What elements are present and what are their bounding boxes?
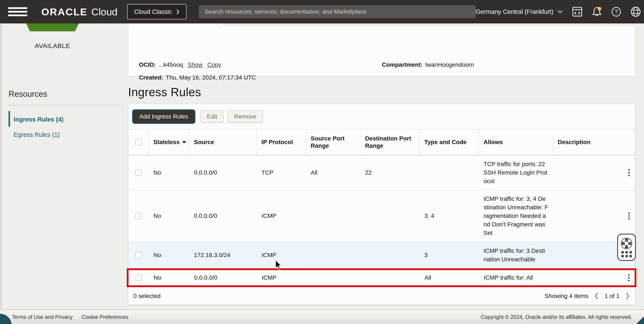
page-footer: Terms of Use and Privacy Cookie Preferen… xyxy=(0,310,644,324)
row-checkbox[interactable] xyxy=(135,252,142,258)
terms-link[interactable]: Terms of Use and Privacy xyxy=(12,314,73,320)
row-select-cell xyxy=(128,170,149,176)
column-header-stateless[interactable]: Stateless xyxy=(149,130,189,155)
drag-grid-icon[interactable] xyxy=(622,251,632,257)
selected-count: 0 selected xyxy=(134,293,161,300)
column-header-source-port-range: Source Port Range xyxy=(306,130,360,155)
ocid-value: ...k45ooq xyxy=(158,62,183,68)
ingress-rule-row: No0.0.0.0/0ICMPAllICMP traffic for: All xyxy=(128,270,634,286)
table-body: No0.0.0.0/0TCPAll22TCP traffic for ports… xyxy=(128,156,635,287)
cell-type-and-code: 3 xyxy=(420,251,479,260)
page-title: Ingress Rules xyxy=(128,85,201,99)
ingress-rule-row: No0.0.0.0/0ICMP3, 4ICMP traffic for: 3, … xyxy=(128,190,635,242)
hamburger-menu-icon[interactable] xyxy=(8,7,27,16)
tab-bar-edge xyxy=(222,24,635,25)
compartment-row: Compartment: IwanHoogendoorn xyxy=(382,62,474,68)
cell-ip-protocol: ICMP xyxy=(257,251,306,260)
developer-tools-icon[interactable] xyxy=(572,6,582,17)
row-actions-kebab-icon[interactable] xyxy=(627,211,631,220)
created-value: Thu, May 16, 2024, 07:17:34 UTC xyxy=(166,74,256,81)
language-globe-icon[interactable] xyxy=(630,6,641,17)
select-all-checkbox[interactable] xyxy=(135,139,142,145)
top-navigation-bar: ORACLE Cloud Cloud Classic Germany Centr… xyxy=(0,0,644,24)
resource-details-card: OCID: ...k45ooq Show Copy Compartment: I… xyxy=(128,24,635,76)
sidebar-item-ingress-rules[interactable]: Ingress Rules (4) xyxy=(14,116,64,123)
ocid-row: OCID: ...k45ooq Show Copy xyxy=(139,62,221,68)
chevron-down-icon xyxy=(557,10,563,14)
window-left-edge xyxy=(0,24,2,324)
oracle-cloud-logo[interactable]: ORACLE Cloud xyxy=(41,6,118,18)
table-toolbar: Add Ingress Rules Edit Remove xyxy=(128,104,635,130)
edit-button[interactable]: Edit xyxy=(200,110,224,123)
support-launcher-widget xyxy=(617,234,636,261)
showing-items-text: Showing 4 items xyxy=(545,293,588,300)
row-actions-kebab-icon[interactable] xyxy=(627,168,631,178)
ocid-copy-link[interactable]: Copy xyxy=(207,62,221,68)
logo-cloud-text: Cloud xyxy=(91,6,118,18)
sidebar-item-egress-rules[interactable]: Egress Rules (1) xyxy=(14,131,60,138)
ingress-rule-row: No0.0.0.0/0TCPAll22TCP traffic for ports… xyxy=(128,156,635,190)
help-icon[interactable]: ? xyxy=(612,6,621,17)
cell-source: 0.0.0.0/0 xyxy=(189,212,257,220)
column-header-description: Description xyxy=(553,130,635,155)
svg-text:?: ? xyxy=(614,8,618,15)
cookie-preferences-link[interactable]: Cookie Preferences xyxy=(82,314,128,320)
ingress-rule-row: No172.16.3.0/24ICMP3ICMP traffic for: 3 … xyxy=(128,242,635,268)
notifications-bell-icon[interactable] xyxy=(592,6,602,17)
ingress-rules-card: Add Ingress Rules Edit Remove StatelessS… xyxy=(128,104,635,305)
row-checkbox[interactable] xyxy=(135,213,142,219)
add-ingress-rules-button[interactable]: Add Ingress Rules xyxy=(133,110,194,123)
next-page-icon[interactable] xyxy=(626,292,630,300)
column-header-label: Destination Port Range xyxy=(365,135,416,150)
column-header-label: Stateless xyxy=(154,138,180,146)
cell-allows: TCP traffic for ports: 22 SSH Remote Log… xyxy=(479,160,553,186)
column-header-source: Source xyxy=(189,130,257,155)
annotation-highlight-box: No0.0.0.0/0ICMPAllICMP traffic for: All xyxy=(127,268,636,287)
select-all-cell xyxy=(128,130,149,155)
cell-source-port-range: All xyxy=(306,168,360,177)
resource-status-icon xyxy=(26,24,79,31)
cell-stateless: No xyxy=(149,251,189,260)
notification-badge-dot xyxy=(598,7,601,10)
logo-oracle-text: ORACLE xyxy=(41,6,87,18)
cell-destination-port-range: 22 xyxy=(360,168,420,177)
table-footer: 0 selected Showing 4 items 1 of 1 xyxy=(128,287,635,305)
created-row: Created: Thu, May 16, 2024, 07:17:34 UTC xyxy=(139,74,256,81)
chevron-right-icon xyxy=(176,9,180,14)
cell-stateless: No xyxy=(149,274,190,282)
column-header-destination-port-range: Destination Port Range xyxy=(360,130,420,155)
copyright-text: Copyright © 2024, Oracle and/or its affi… xyxy=(481,314,632,320)
created-label: Created: xyxy=(139,74,163,81)
lifebuoy-help-icon[interactable] xyxy=(620,238,632,250)
sidebar-divider xyxy=(8,105,117,105)
column-header-ip-protocol: IP Protocol xyxy=(257,130,306,155)
cell-allows: ICMP traffic for: 3 Desti nation Unreach… xyxy=(479,246,553,264)
cell-allows: ICMP traffic for: All xyxy=(479,274,553,282)
cell-stateless: No xyxy=(149,168,189,177)
cell-allows: ICMP traffic for: 3, 4 De stination Unre… xyxy=(479,194,553,237)
column-header-type-and-code: Type and Code xyxy=(420,130,479,155)
previous-page-icon[interactable] xyxy=(594,292,598,300)
global-search xyxy=(199,5,476,18)
row-actions-kebab-icon[interactable] xyxy=(627,273,631,283)
compartment-label: Compartment: xyxy=(382,62,422,68)
row-select-cell xyxy=(128,274,149,281)
cell-stateless: No xyxy=(149,212,189,220)
remove-button[interactable]: Remove xyxy=(228,110,263,123)
row-checkbox[interactable] xyxy=(135,170,142,176)
ocid-label: OCID: xyxy=(139,62,156,68)
region-selector[interactable]: Germany Central (Frankfurt) xyxy=(476,8,563,15)
corner-decoration-shape xyxy=(636,316,644,324)
cloud-classic-button[interactable]: Cloud Classic xyxy=(127,4,186,20)
table-header-row: StatelessSourceIP ProtocolSource Port Ra… xyxy=(128,130,635,156)
cell-ip-protocol: ICMP xyxy=(257,274,306,282)
row-checkbox[interactable] xyxy=(136,274,142,281)
column-header-label: Allows xyxy=(484,138,503,146)
search-input[interactable] xyxy=(199,5,476,18)
cell-source: 0.0.0.0/0 xyxy=(189,168,257,177)
sort-descending-icon xyxy=(182,141,186,144)
region-label: Germany Central (Frankfurt) xyxy=(476,8,554,15)
cloud-classic-label: Cloud Classic xyxy=(134,8,172,15)
page-indicator: 1 of 1 xyxy=(604,293,620,300)
ocid-show-link[interactable]: Show xyxy=(188,62,203,68)
